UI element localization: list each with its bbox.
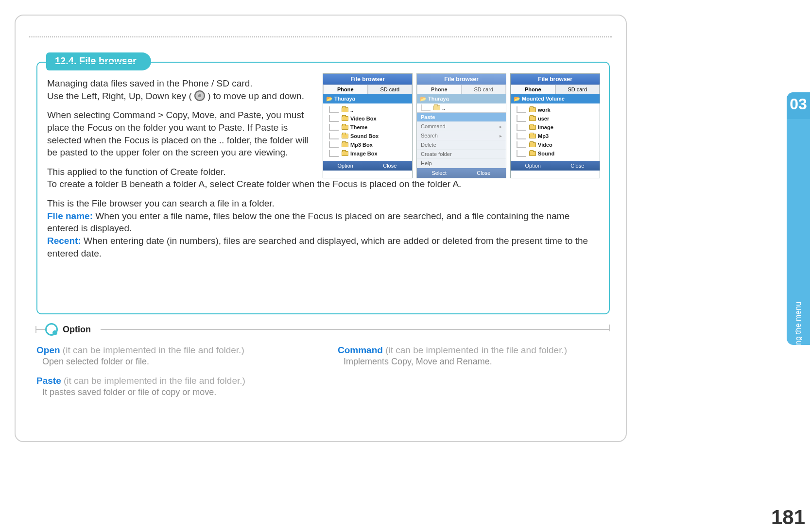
softkey-left: Option [323,161,368,171]
option-desc: It pastes saved folder or file of copy o… [42,387,309,397]
softkey-left: Select [417,168,462,178]
dpad-key-icon [194,90,205,101]
screen1-list: .. Video Box Theme Sound Box Mp3 Box Ima… [323,103,412,161]
list-item: Mp3 [513,132,598,140]
phone-screen-2: File browser Phone SD card 📂 Thuraya .. … [416,73,506,178]
option-item-command: Command (it can be implemented in the fi… [338,345,610,367]
folder-icon [433,105,440,110]
option-item-open: Open (it can be implemented in the file … [36,345,309,367]
folder-icon [342,125,348,130]
screen3-tabs: Phone SD card [511,85,600,94]
folder-icon [529,107,536,112]
folder-icon [342,107,348,112]
screen2-list: .. Paste Command▸ Search▸ Delete Create … [417,103,506,168]
softkey-right: Close [462,168,506,178]
list-item: .. [325,105,410,114]
menu-item-search: Search▸ [417,131,506,140]
para-2: When selecting Command > Copy, Move, and… [47,109,319,159]
screen1-root: 📂 Thuraya [323,94,412,103]
screen2-softkeys: Select Close [417,168,506,178]
softkey-right: Close [368,161,413,171]
list-item: Image Box [325,149,410,158]
phone-screenshots: File browser Phone SD card 📂 Thuraya .. … [323,73,600,178]
screen3-title: File browser [511,74,600,85]
option-grid: Open (it can be implemented in the file … [36,345,610,397]
file-name-text: When you enter a file name, files below … [47,211,569,234]
menu-item-paste: Paste [417,113,506,122]
list-item: work [513,105,598,114]
list-item: Sound Box [325,132,410,140]
folder-icon [529,125,536,130]
option-leadline [36,329,45,330]
option-qualifier: (it can be implemented in the file and f… [385,345,567,355]
phone-screen-1: File browser Phone SD card 📂 Thuraya .. … [323,73,413,178]
softkey-left: Option [511,161,555,171]
option-name: Paste [36,376,61,386]
para-1: Managing data files saved in the Phone /… [47,77,319,102]
screen1-tabs: Phone SD card [323,85,412,94]
screen3-list: work user Image Mp3 Video Sound [511,103,600,161]
screen1-softkeys: Option Close [323,161,412,171]
recent-text: When entering date (in numbers), files a… [47,236,588,258]
screen2-tabs: Phone SD card [417,85,506,94]
screen1-title: File browser [323,74,412,85]
para1-line2-pre: Use the Left, Right, Up, Down key ( [47,91,194,101]
folder-icon [342,142,348,147]
screen3-softkeys: Option Close [511,161,600,171]
folder-icon [529,142,536,147]
chevron-right-icon: ▸ [500,124,502,129]
folder-icon [342,134,348,138]
option-item-paste: Paste (it can be implemented in the file… [36,376,309,397]
screen2-tab-phone: Phone [417,85,462,94]
option-desc: Implements Copy, Move and Rename. [344,357,610,367]
list-item: Sound [513,149,598,158]
screen2-popup-menu: Paste Command▸ Search▸ Delete Create fol… [417,112,506,168]
folder-icon [342,151,348,156]
option-title: Option [63,325,91,335]
section-body: Managing data files saved in the Phone /… [47,77,319,159]
option-name: Command [338,345,383,355]
menu-item-delete: Delete [417,140,506,150]
para4-intro: This is the File browser you can search … [47,198,275,208]
option-qualifier: (it can be implemented in the file and f… [63,345,244,355]
folder-icon [529,134,536,138]
option-name: Open [36,345,60,355]
list-item: Mp3 Box [325,140,410,149]
para1-line1: Managing data files saved in the Phone /… [47,78,252,88]
option-header: Option [36,323,610,336]
screen1-tab-sdcard: SD card [368,85,413,94]
side-tab: 03 Using the menu [787,92,810,345]
page-number: 181 [771,506,805,529]
chapter-label: Using the menu [794,302,803,356]
file-name-label: File name: [47,211,93,221]
list-item: .. [417,103,506,112]
section-body-wide: This applied to the function of Create f… [47,166,599,259]
option-bullet-icon [45,323,58,336]
list-item: user [513,114,598,123]
menu-item-create-folder: Create folder [417,150,506,159]
softkey-right: Close [555,161,600,171]
list-item: Theme [325,123,410,132]
screen2-title: File browser [417,74,506,85]
dotted-rule [29,36,612,37]
para1-line2-post: ) to move up and down. [207,91,304,101]
screen3-tab-sdcard: SD card [555,85,600,94]
folder-icon [342,116,348,121]
menu-item-command: Command▸ [417,122,506,131]
chevron-right-icon: ▸ [500,133,502,138]
para-4: This is the File browser you can search … [47,197,599,259]
list-item: Video [513,140,598,149]
menu-item-help: Help [417,159,506,168]
chapter-number: 03 [787,92,810,119]
screen1-tab-phone: Phone [323,85,368,94]
screen2-tab-sdcard: SD card [462,85,506,94]
list-item: Image [513,123,598,132]
rule-endcap [609,325,610,331]
option-desc: Open selected folder or file. [42,357,309,367]
folder-icon [529,116,536,121]
option-qualifier: (it can be implemented in the file and f… [64,376,245,386]
list-item: Video Box [325,114,410,123]
screen3-root: 📂 Mounted Volume [511,94,600,103]
section-box: Managing data files saved in the Phone /… [36,62,610,314]
recent-label: Recent: [47,236,81,246]
